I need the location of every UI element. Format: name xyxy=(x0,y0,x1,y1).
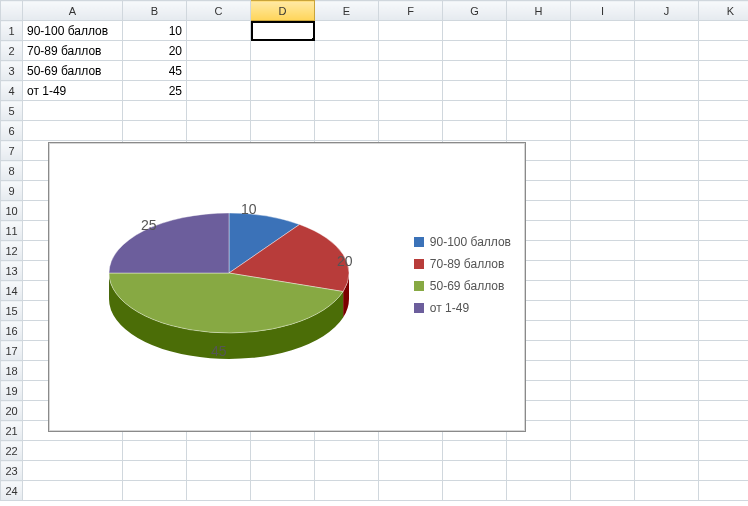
cell[interactable] xyxy=(699,101,749,121)
cell[interactable] xyxy=(379,61,443,81)
cell[interactable] xyxy=(635,301,699,321)
cell[interactable] xyxy=(123,461,187,481)
col-header-E[interactable]: E xyxy=(315,1,379,21)
cell[interactable]: 20 xyxy=(123,41,187,61)
cell[interactable] xyxy=(635,361,699,381)
cell[interactable]: 10 xyxy=(123,21,187,41)
cell[interactable] xyxy=(571,481,635,501)
cell[interactable] xyxy=(571,301,635,321)
cell[interactable] xyxy=(251,21,315,41)
row-header[interactable]: 6 xyxy=(1,121,23,141)
col-header-A[interactable]: A xyxy=(23,1,123,21)
cell[interactable] xyxy=(507,461,571,481)
cell[interactable] xyxy=(443,81,507,101)
cell[interactable] xyxy=(699,341,749,361)
col-header-B[interactable]: B xyxy=(123,1,187,21)
cell[interactable] xyxy=(315,461,379,481)
cell[interactable]: 25 xyxy=(123,81,187,101)
cell[interactable] xyxy=(699,261,749,281)
cell[interactable] xyxy=(699,441,749,461)
cell[interactable] xyxy=(571,281,635,301)
cell[interactable] xyxy=(251,121,315,141)
cell[interactable] xyxy=(635,81,699,101)
cell[interactable] xyxy=(443,61,507,81)
col-header-C[interactable]: C xyxy=(187,1,251,21)
cell[interactable] xyxy=(571,41,635,61)
embedded-chart[interactable]: 10 20 45 25 90-100 баллов 70-89 баллов 5… xyxy=(48,142,526,432)
row-header[interactable]: 18 xyxy=(1,361,23,381)
cell[interactable] xyxy=(699,161,749,181)
cell[interactable] xyxy=(635,141,699,161)
cell[interactable] xyxy=(507,101,571,121)
cell[interactable] xyxy=(699,421,749,441)
cell[interactable] xyxy=(23,461,123,481)
cell[interactable] xyxy=(315,81,379,101)
row-header[interactable]: 12 xyxy=(1,241,23,261)
cell[interactable] xyxy=(571,461,635,481)
row-header[interactable]: 14 xyxy=(1,281,23,301)
cell[interactable] xyxy=(571,181,635,201)
select-all-corner[interactable] xyxy=(1,1,23,21)
cell[interactable]: 50-69 баллов xyxy=(23,61,123,81)
cell[interactable] xyxy=(315,41,379,61)
row-header[interactable]: 24 xyxy=(1,481,23,501)
cell[interactable] xyxy=(443,121,507,141)
cell[interactable] xyxy=(699,241,749,261)
cell[interactable] xyxy=(187,101,251,121)
row-header[interactable]: 4 xyxy=(1,81,23,101)
cell[interactable] xyxy=(571,21,635,41)
cell[interactable] xyxy=(23,481,123,501)
cell[interactable] xyxy=(507,61,571,81)
cell[interactable] xyxy=(699,321,749,341)
cell[interactable] xyxy=(379,121,443,141)
cell[interactable] xyxy=(123,481,187,501)
cell[interactable] xyxy=(251,81,315,101)
cell[interactable] xyxy=(635,441,699,461)
cell[interactable] xyxy=(635,481,699,501)
cell[interactable] xyxy=(571,361,635,381)
cell[interactable] xyxy=(315,441,379,461)
cell[interactable] xyxy=(699,81,749,101)
cell[interactable] xyxy=(635,401,699,421)
row-header[interactable]: 13 xyxy=(1,261,23,281)
cell[interactable] xyxy=(699,21,749,41)
cell[interactable] xyxy=(443,21,507,41)
col-header-D[interactable]: D xyxy=(251,1,315,21)
cell[interactable] xyxy=(635,281,699,301)
cell[interactable] xyxy=(699,201,749,221)
cell[interactable] xyxy=(443,41,507,61)
cell[interactable] xyxy=(187,61,251,81)
cell[interactable] xyxy=(315,121,379,141)
cell[interactable] xyxy=(123,441,187,461)
cell[interactable] xyxy=(699,61,749,81)
cell[interactable] xyxy=(187,461,251,481)
row-header[interactable]: 22 xyxy=(1,441,23,461)
cell[interactable] xyxy=(635,61,699,81)
cell[interactable] xyxy=(379,81,443,101)
cell[interactable] xyxy=(251,101,315,121)
cell[interactable]: 70-89 баллов xyxy=(23,41,123,61)
cell[interactable] xyxy=(635,341,699,361)
row-header[interactable]: 1 xyxy=(1,21,23,41)
cell[interactable] xyxy=(187,481,251,501)
cell[interactable] xyxy=(635,101,699,121)
cell[interactable] xyxy=(571,241,635,261)
cell[interactable] xyxy=(379,441,443,461)
cell[interactable] xyxy=(507,121,571,141)
cell[interactable] xyxy=(187,21,251,41)
cell[interactable] xyxy=(571,81,635,101)
cell[interactable] xyxy=(251,461,315,481)
col-header-H[interactable]: H xyxy=(507,1,571,21)
cell[interactable] xyxy=(123,101,187,121)
cell[interactable] xyxy=(635,121,699,141)
cell[interactable] xyxy=(443,461,507,481)
row-header[interactable]: 9 xyxy=(1,181,23,201)
col-header-F[interactable]: F xyxy=(379,1,443,21)
cell[interactable] xyxy=(443,481,507,501)
cell[interactable] xyxy=(699,141,749,161)
cell[interactable] xyxy=(635,221,699,241)
cell[interactable] xyxy=(571,381,635,401)
cell[interactable] xyxy=(507,81,571,101)
cell[interactable] xyxy=(571,421,635,441)
cell[interactable] xyxy=(187,41,251,61)
